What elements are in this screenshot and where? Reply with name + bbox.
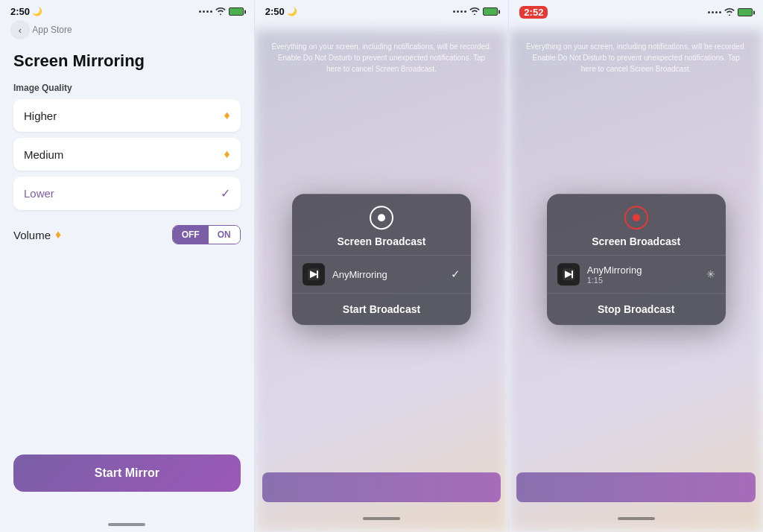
bg-text-2: Everything on your screen, including not… <box>255 41 509 75</box>
toggle-off-btn[interactable]: OFF <box>173 226 209 244</box>
home-bar-2 <box>363 517 400 520</box>
quality-higher-label: Higher <box>24 110 57 122</box>
phone-screen-2: 2:50 🌙 Everything on your screen, includ… <box>254 0 509 532</box>
modal-app-row-2[interactable]: AnyMirroring ✓ <box>292 256 471 294</box>
purple-bar-2 <box>262 472 501 502</box>
wifi-icon-2 <box>469 7 480 17</box>
start-mirror-button[interactable]: Start Mirror <box>13 455 241 492</box>
status-bar-2: 2:50 🌙 <box>255 0 509 20</box>
signal-1 <box>199 10 212 13</box>
start-broadcast-button[interactable]: Start Broadcast <box>292 294 471 325</box>
app-name-3: AnyMirroring <box>587 265 706 276</box>
modal-app-row-3[interactable]: AnyMirroring 1:15 ✳ <box>547 256 726 294</box>
purple-bar-3 <box>516 472 756 502</box>
app-time-3: 1:15 <box>587 276 706 285</box>
app-icon-box-3 <box>557 263 580 285</box>
quality-lower-label: Lower <box>24 187 54 200</box>
quality-lower[interactable]: Lower ✓ <box>13 177 241 210</box>
modal-top-2: Screen Broadcast <box>292 194 471 256</box>
quality-higher[interactable]: Higher ♦ <box>13 99 241 132</box>
app-icon-inner-2 <box>307 267 320 281</box>
inner-dot-3 <box>633 214 640 221</box>
battery-icon-1 <box>229 7 244 16</box>
spinner-icon-3: ✳ <box>706 268 715 280</box>
time-3: 2:52 <box>519 6 548 19</box>
broadcast-circle-3 <box>624 206 648 229</box>
diamond-icon-volume: ♦ <box>55 228 61 241</box>
back-label: App Store <box>32 25 72 35</box>
phone-screen-1: 2:50 🌙 ‹ App Store Screen Mirroring Imag… <box>0 0 254 532</box>
broadcast-title-2: Screen Broadcast <box>304 235 459 247</box>
signal-2 <box>453 10 466 13</box>
wifi-icon-3 <box>724 7 735 18</box>
wifi-icon-1 <box>215 7 226 16</box>
volume-row: Volume ♦ OFF ON <box>13 216 241 253</box>
volume-label: Volume ♦ <box>13 228 61 241</box>
broadcast-modal-3: Screen Broadcast AnyMirroring 1:15 ✳ Sto… <box>547 194 726 325</box>
app-icon-box-2 <box>303 263 325 285</box>
quality-medium[interactable]: Medium ♦ <box>13 138 241 171</box>
app-icon-inner-3 <box>562 267 575 281</box>
page-title: Screen Mirroring <box>13 51 241 71</box>
home-bar-1 <box>108 523 145 526</box>
battery-icon-2 <box>483 7 498 16</box>
time-1: 2:50 <box>10 6 30 17</box>
toggle-on-btn[interactable]: ON <box>209 226 240 244</box>
status-bar-3: 2:52 <box>509 0 763 22</box>
diamond-icon-higher: ♦ <box>224 109 230 122</box>
moon-icon-2: 🌙 <box>287 7 297 16</box>
modal-top-3: Screen Broadcast <box>547 194 726 256</box>
screen1-content: Screen Mirroring Image Quality Higher ♦ … <box>0 44 254 481</box>
inner-dot-2 <box>378 214 385 221</box>
app-name-2: AnyMirroring <box>332 269 451 280</box>
battery-icon-3 <box>738 8 753 16</box>
back-row: ‹ App Store <box>0 20 254 44</box>
home-bar-3 <box>618 517 655 520</box>
stop-broadcast-button[interactable]: Stop Broadcast <box>547 294 726 325</box>
time-2: 2:50 <box>265 6 285 17</box>
quality-medium-label: Medium <box>24 148 63 161</box>
bg-text-3: Everything on your screen, including not… <box>509 41 763 75</box>
check-icon-lower: ✓ <box>221 186 230 200</box>
phone-screen-3: 2:52 Everything on your screen, includin… <box>508 0 763 532</box>
signal-3 <box>708 11 721 13</box>
moon-icon-1: 🌙 <box>32 7 42 16</box>
broadcast-circle-2 <box>370 206 393 229</box>
image-quality-label: Image Quality <box>13 83 241 93</box>
broadcast-title-3: Screen Broadcast <box>559 235 714 247</box>
check-mark-2: ✓ <box>451 267 460 281</box>
volume-toggle[interactable]: OFF ON <box>172 225 241 244</box>
broadcast-modal-2: Screen Broadcast AnyMirroring ✓ Start Br… <box>292 194 471 325</box>
back-button[interactable]: ‹ <box>10 20 30 39</box>
status-bar-1: 2:50 🌙 <box>0 0 254 20</box>
diamond-icon-medium: ♦ <box>224 148 230 161</box>
